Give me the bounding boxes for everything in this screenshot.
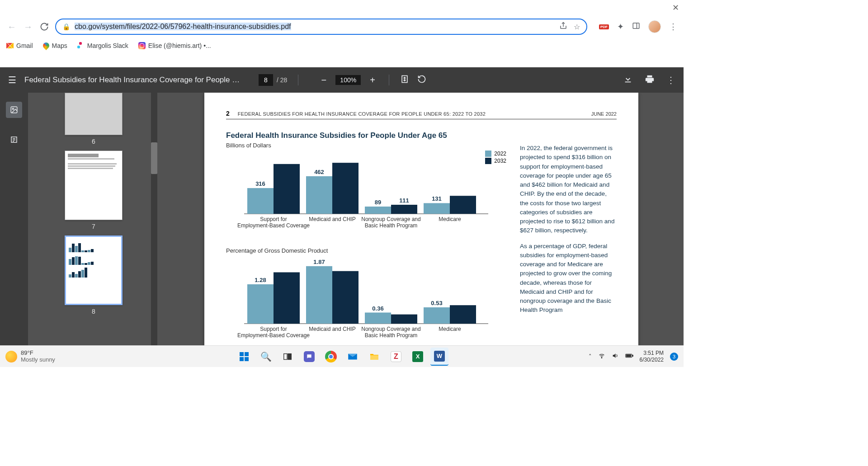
svg-text:316: 316 [255, 180, 265, 187]
url-text: cbo.gov/system/files/2022-06/57962-healt… [75, 23, 555, 31]
legend-swatch-2022 [485, 151, 491, 157]
zoom-out-button[interactable]: − [318, 75, 329, 85]
chat-app-icon[interactable] [300, 348, 318, 366]
document-title: Federal Subsidies for Health Insurance C… [24, 75, 241, 85]
instagram-icon [138, 42, 146, 49]
weather-icon [5, 351, 17, 362]
thumbnail-7[interactable]: 7 [65, 151, 123, 230]
window-close-icon[interactable]: ✕ [672, 3, 679, 13]
wifi-icon[interactable] [598, 352, 605, 361]
word-app-icon[interactable]: W [430, 348, 448, 366]
pdf-extension-icon[interactable]: PDF [599, 24, 609, 29]
svg-text:Medicaid and CHIP: Medicaid and CHIP [309, 216, 355, 222]
thumbnails-rail-icon[interactable] [6, 102, 22, 118]
maps-icon [42, 41, 51, 50]
task-view-button[interactable] [278, 348, 297, 366]
svg-rect-46 [391, 315, 417, 324]
volume-icon[interactable] [612, 352, 619, 361]
chart-subtitle-2: Percentage of Gross Domestic Product [226, 247, 506, 254]
svg-text:Employment-Based Coverage: Employment-Based Coverage [237, 332, 310, 339]
rotate-icon[interactable] [417, 75, 426, 86]
svg-text:Nongroup Coverage and: Nongroup Coverage and [361, 326, 420, 332]
start-button[interactable] [235, 348, 253, 366]
taskbar: 89°F Mostly sunny 🔍 Z X W ˄ 3:51 PM 6/30… [0, 345, 684, 367]
divider [389, 75, 389, 85]
page-area[interactable]: 2 FEDERAL SUBSIDIES FOR HEALTH INSURANCE… [159, 93, 684, 360]
svg-rect-41 [332, 271, 359, 324]
notification-badge[interactable]: 3 [670, 353, 678, 361]
reload-button[interactable] [39, 21, 50, 32]
tray-clock[interactable]: 3:51 PM 6/30/2022 [640, 350, 664, 363]
bookmark-gmail[interactable]: Gmail [6, 42, 33, 49]
search-button[interactable]: 🔍 [257, 348, 275, 366]
slack-icon [77, 42, 85, 49]
svg-rect-50 [424, 307, 450, 324]
svg-text:1.87: 1.87 [313, 259, 325, 265]
svg-text:Medicaid and CHIP: Medicaid and CHIP [309, 326, 355, 332]
browser-toolbar-icons: PDF ✦ ⋮ [599, 20, 677, 33]
omnibox-actions: ☆ [559, 22, 580, 32]
weather-widget[interactable]: 89°F Mostly sunny [5, 350, 55, 363]
fit-page-icon[interactable] [400, 75, 409, 86]
zotero-app-icon[interactable]: Z [387, 348, 405, 366]
side-panel-icon[interactable] [632, 22, 640, 32]
divider [298, 75, 298, 85]
thumbnail-scrollbar-handle[interactable] [151, 142, 157, 174]
page-total: / 28 [277, 76, 287, 84]
chart-1: 2022 2032 316612Support forEmployment-Ba… [226, 152, 506, 229]
zoom-in-button[interactable]: + [367, 75, 378, 85]
omnibox[interactable]: 🔒 cbo.gov/system/files/2022-06/57962-hea… [55, 19, 587, 35]
svg-text:0.6: 0.6 [459, 297, 467, 304]
gmail-icon [6, 43, 14, 48]
svg-text:Medicare: Medicare [439, 216, 461, 222]
profile-avatar[interactable] [648, 20, 661, 33]
print-icon[interactable] [645, 74, 655, 86]
pdf-more-icon[interactable]: ⋮ [666, 75, 675, 85]
back-button[interactable]: ← [6, 21, 17, 32]
mail-app-icon[interactable] [344, 348, 362, 366]
bookmark-slack[interactable]: Margolis Slack [77, 42, 128, 49]
thumbnail-6[interactable]: 6 [65, 93, 123, 145]
thumbnail-8[interactable]: 8 [65, 235, 123, 315]
side-paragraph-1: In 2022, the federal government is proje… [520, 144, 617, 235]
svg-rect-23 [391, 205, 417, 214]
chrome-app-icon[interactable] [322, 348, 340, 366]
svg-rect-59 [632, 355, 633, 357]
excel-app-icon[interactable]: X [409, 348, 427, 366]
pdf-body: 6 7 8 2 FEDERAL SUBSIDIES FOR HEALTH INS… [0, 93, 684, 360]
page-number-input[interactable] [259, 74, 273, 86]
svg-rect-18 [332, 163, 359, 214]
forward-button[interactable]: → [23, 21, 33, 32]
bookmark-maps[interactable]: Maps [43, 42, 67, 49]
page-number: 2 [226, 110, 230, 117]
download-icon[interactable] [623, 74, 633, 86]
legend-swatch-2032 [485, 158, 491, 164]
chart-subtitle-1: Billions of Dollars [226, 142, 506, 149]
battery-icon[interactable] [625, 353, 633, 360]
explorer-app-icon[interactable] [365, 348, 383, 366]
thumbnails-panel[interactable]: 6 7 8 [28, 93, 159, 360]
svg-text:612: 612 [282, 156, 292, 163]
svg-rect-0 [633, 23, 639, 28]
svg-rect-44 [365, 313, 391, 324]
nav-row: ← → 🔒 cbo.gov/system/files/2022-06/57962… [0, 14, 684, 39]
svg-rect-35 [274, 272, 300, 324]
svg-point-57 [601, 358, 602, 358]
svg-rect-10 [247, 188, 274, 214]
outline-rail-icon[interactable] [6, 132, 22, 148]
zoom-controls: − 100% + [318, 75, 378, 85]
tray-chevron-icon[interactable]: ˄ [589, 353, 592, 360]
hamburger-icon[interactable]: ☰ [8, 75, 16, 85]
thumbnail-scrollbar-track[interactable] [151, 93, 157, 360]
page-controls: / 28 [259, 74, 287, 86]
share-icon[interactable] [559, 22, 567, 32]
svg-text:0.3: 0.3 [400, 307, 408, 314]
chart-1-svg: 316612Support forEmployment-Based Covera… [226, 152, 506, 229]
bookmark-star-icon[interactable]: ☆ [574, 23, 580, 31]
extensions-icon[interactable]: ✦ [617, 22, 624, 32]
side-text-column: In 2022, the federal government is proje… [520, 131, 617, 357]
svg-text:221: 221 [458, 188, 468, 195]
bookmark-instagram[interactable]: Elise (@hiemis.art) •... [138, 42, 211, 49]
zoom-level: 100% [335, 75, 361, 85]
chrome-menu-icon[interactable]: ⋮ [669, 22, 677, 32]
